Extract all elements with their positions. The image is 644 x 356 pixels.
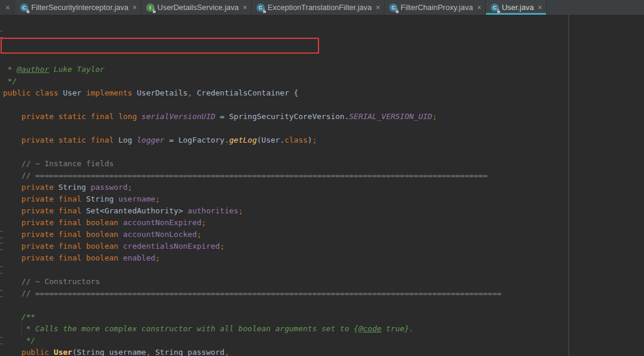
code-token: User — [63, 88, 86, 97]
code-token: password — [91, 183, 128, 192]
code-token: = SpringSecurityCoreVersion. — [215, 112, 349, 121]
fold-marker-icon[interactable] — [0, 231, 3, 238]
code-token: logger — [137, 136, 165, 144]
code-line: // =====================================… — [3, 170, 644, 182]
code-token: public — [3, 348, 54, 356]
tab-filter-security-interceptor[interactable]: C FilterSecurityInterceptor.java × — [15, 0, 142, 15]
code-line: private final String username; — [3, 193, 644, 205]
code-token: getLog — [229, 136, 257, 144]
code-token: // ~ Constructors — [3, 277, 100, 286]
tab-close-icon[interactable]: × — [133, 4, 137, 12]
fold-marker-icon[interactable] — [0, 266, 3, 273]
code-token: * Calls the more complex constructor wit… — [3, 324, 359, 333]
code-token: , — [225, 348, 229, 356]
code-token: @author — [17, 65, 49, 74]
code-token: ; — [155, 253, 160, 262]
code-line — [3, 146, 644, 158]
code-line: // ~ Constructors — [3, 276, 644, 288]
code-token: class — [284, 136, 307, 144]
code-token: SERIAL_VERSION_UID — [349, 112, 432, 121]
lock-icon — [396, 11, 399, 13]
code-token: Set<GrantedAuthority> — [86, 206, 188, 215]
code-token: // — [3, 171, 35, 180]
code-token: * — [3, 65, 17, 74]
class-icon: C — [20, 4, 28, 12]
code-token: credentialsNonExpired — [123, 242, 220, 250]
code-token: String — [86, 195, 119, 203]
code-token: serialVersionUID — [142, 112, 215, 121]
tab-filter-chain-proxy[interactable]: C FilterChainProxy.java × — [385, 0, 486, 15]
code-token: CredentialsContainer { — [192, 88, 298, 97]
tab-label: ExceptionTranslationFilter.java — [268, 3, 372, 12]
code-token: ========================================… — [35, 289, 502, 298]
tab-user-java[interactable]: C User.java × — [486, 0, 547, 15]
code-token: (String username — [72, 348, 146, 356]
tab-label: FilterChainProxy.java — [400, 3, 473, 12]
tab-close-icon[interactable]: × — [243, 4, 247, 12]
code-token: (User. — [257, 136, 285, 144]
tab-close-icon[interactable]: × — [376, 4, 380, 12]
code-token: accountNonExpired — [123, 218, 202, 227]
code-token: ========================================… — [35, 171, 488, 180]
lock-icon — [263, 11, 266, 13]
tab-label: FilterSecurityInterceptor.java — [31, 3, 129, 12]
code-token: username — [119, 195, 156, 203]
fold-marker-icon[interactable] — [0, 290, 3, 297]
code-token: Luke Taylor — [49, 65, 104, 74]
code-token: private final boolean — [3, 253, 123, 262]
class-icon: C — [389, 4, 397, 12]
code-line: private String password; — [3, 182, 644, 193]
code-token: implements — [86, 88, 137, 97]
code-token: User — [54, 348, 72, 356]
right-margin-guide — [569, 15, 569, 356]
code-line: * Calls the more complex constructor wit… — [3, 323, 644, 335]
code-token: private static final — [3, 136, 119, 144]
lock-icon — [497, 11, 500, 13]
code-line: private final boolean credentialsNonExpi… — [3, 240, 644, 252]
code-line: private static final long serialVersionU… — [3, 111, 644, 123]
code-line: /** — [3, 311, 644, 323]
editor-tab-bar: × C FilterSecurityInterceptor.java × I U… — [0, 0, 644, 15]
code-token: ; — [197, 230, 202, 239]
code-line: private final Set<GrantedAuthority> auth… — [3, 205, 644, 217]
code-token: @code — [359, 324, 382, 333]
code-line: public User(String username, String pass… — [3, 347, 644, 356]
red-annotation-box — [1, 38, 319, 54]
tab-close-icon[interactable]: × — [477, 4, 481, 12]
code-token: private final boolean — [3, 218, 123, 227]
code-token: // ~ Instance fields — [3, 159, 114, 168]
code-token: Log — [119, 136, 137, 144]
code-token: UserDetails — [137, 88, 188, 97]
tab-exception-translation-filter[interactable]: C ExceptionTranslationFilter.java × — [252, 0, 385, 15]
code-token: ; — [127, 183, 132, 192]
code-token: ; — [312, 136, 317, 144]
lock-icon — [153, 11, 156, 13]
fold-marker-icon[interactable] — [0, 243, 3, 250]
fold-marker-icon[interactable] — [0, 31, 3, 38]
code-token: private final — [3, 195, 86, 203]
code-token: ; — [220, 242, 225, 250]
code-token: public class — [3, 88, 63, 97]
code-token: private static final long — [3, 112, 142, 121]
code-line: * @author Luke Taylor — [3, 64, 644, 75]
code-token: ; — [238, 206, 243, 215]
tab-close-icon[interactable]: × — [538, 4, 542, 12]
fold-marker-icon[interactable] — [0, 337, 3, 344]
code-line — [3, 264, 644, 276]
code-token: private final boolean — [3, 242, 123, 250]
code-token: accountNonLocked — [123, 230, 197, 239]
tab-user-details-service[interactable]: I UserDetailsService.java × — [142, 0, 252, 15]
code-token: ; — [432, 112, 437, 121]
code-token: */ — [3, 336, 35, 345]
code-token: private final boolean — [3, 230, 123, 239]
code-line: // =====================================… — [3, 288, 644, 299]
code-token: String — [58, 183, 91, 192]
code-token: true}. — [382, 324, 414, 333]
code-token: = LogFactory. — [165, 136, 229, 144]
code-area[interactable]: * @author Luke Taylor */public class Use… — [0, 15, 644, 356]
code-line: private final boolean accountNonLocked; — [3, 229, 644, 240]
code-line — [3, 123, 644, 134]
close-icon[interactable]: × — [0, 0, 15, 15]
code-token: private final — [3, 206, 86, 215]
code-token: String password — [150, 348, 224, 356]
